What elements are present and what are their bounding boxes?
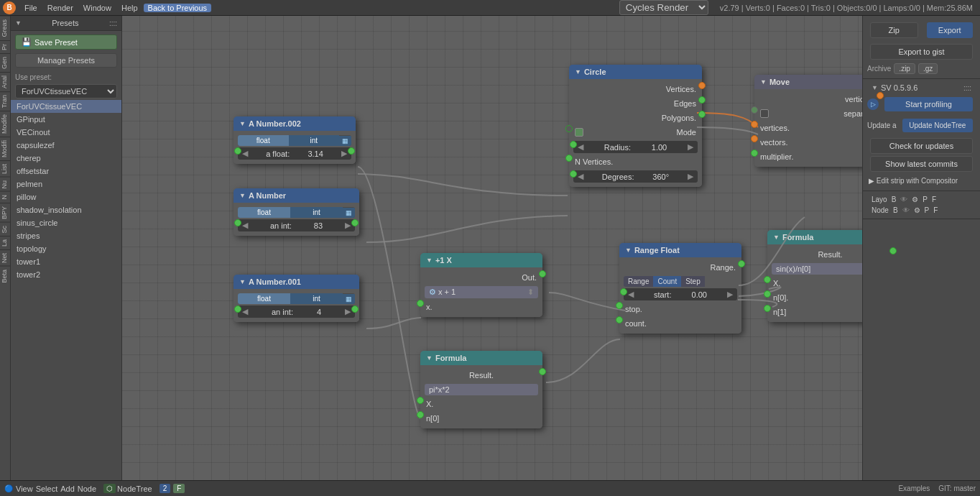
export-button[interactable]: Export [927, 22, 974, 38]
node-collapse-arrow[interactable]: ▼ [239, 278, 246, 285]
left-tab-tran[interactable]: Tran [0, 91, 10, 111]
tab-count[interactable]: Count [653, 276, 681, 287]
node-collapse-arrow[interactable]: ▼ [625, 247, 632, 254]
node-collapse-arrow[interactable]: ▼ [426, 354, 433, 362]
value-arrow-left[interactable]: ◀ [242, 149, 248, 158]
socket-left-start[interactable] [620, 288, 627, 295]
a-float-row[interactable]: ◀ a float: 3.14 ▶ [238, 147, 351, 160]
view-menu[interactable]: View [16, 484, 33, 493]
left-tab-gen[interactable]: Gen [0, 53, 10, 72]
socket-left-n-vertices[interactable] [565, 155, 573, 162]
menu-render[interactable]: Render [43, 4, 78, 12]
separate-checkbox[interactable] [760, 109, 769, 118]
use-preset-dropdown[interactable]: ForUVCtissueVEC [15, 84, 117, 98]
left-tab-net[interactable]: Net [0, 249, 10, 266]
value-arrow-left[interactable]: ◀ [578, 142, 583, 152]
menu-file[interactable]: File [20, 4, 42, 12]
socket-left-vectors[interactable] [751, 135, 758, 142]
preset-item-12[interactable]: tower1 [11, 255, 121, 268]
int-btn[interactable]: int [289, 135, 340, 146]
value-arrow-left[interactable]: ◀ [242, 221, 248, 230]
manage-presets-button[interactable]: Manage Presets [15, 53, 117, 68]
left-tab-beta[interactable]: Beta [0, 266, 10, 286]
socket-left-n1[interactable] [764, 305, 771, 312]
socket-right-int[interactable] [351, 219, 359, 226]
node-a-number-001-header[interactable]: ▼ A Number.001 [234, 275, 359, 289]
gz-option-btn[interactable]: .gz [918, 63, 938, 74]
select-menu[interactable]: Select [36, 484, 58, 493]
socket-left-int[interactable] [234, 219, 241, 226]
socket-left-n0[interactable] [417, 411, 424, 418]
b-label[interactable]: B [892, 196, 897, 203]
socket-right-int[interactable] [351, 306, 359, 313]
socket-right-result[interactable] [539, 368, 546, 375]
profiling-icon[interactable]: ▷ [867, 98, 879, 110]
sv-version-arrow[interactable]: ▼ [872, 84, 878, 91]
node-circle-header[interactable]: ▼ Circle [569, 65, 702, 79]
left-tab-list[interactable]: List [0, 160, 10, 177]
node-collapse-arrow[interactable]: ▼ [760, 78, 767, 86]
socket-left-x[interactable] [417, 300, 424, 307]
socket-left-n0[interactable] [764, 290, 771, 298]
tab-range[interactable]: Range [624, 276, 653, 287]
tab-step[interactable]: Step [681, 276, 705, 287]
type-selector[interactable]: float int ▦ [238, 135, 351, 146]
left-tab-greas[interactable]: Greas [0, 16, 10, 40]
float-btn[interactable]: float [238, 207, 290, 218]
menu-window[interactable]: Window [79, 4, 116, 12]
menu-help[interactable]: Help [117, 4, 142, 12]
export-gist-button[interactable]: Export to gist [870, 44, 973, 60]
float-btn[interactable]: float [238, 293, 290, 304]
preset-item-13[interactable]: tower2 [11, 268, 121, 281]
sv-dots[interactable]: :::: [963, 84, 971, 92]
socket-right-polygons[interactable] [698, 111, 706, 118]
socket-left-int[interactable] [234, 306, 241, 313]
node-collapse-arrow[interactable]: ▼ [426, 257, 433, 264]
socket-left-radius[interactable] [570, 141, 577, 148]
node-p-label[interactable]: P [925, 206, 930, 214]
p-label[interactable]: P [923, 196, 928, 203]
preset-item-8[interactable]: shadow_insolation [11, 203, 121, 216]
left-tab-sc[interactable]: Sc [0, 222, 10, 236]
left-tab-modifi[interactable]: Modifi [0, 137, 10, 160]
left-tab-modife[interactable]: Modife [0, 111, 10, 137]
socket-left-count[interactable] [616, 316, 623, 323]
start-profiling-button[interactable]: Start profiling [884, 97, 973, 111]
socket-left-multiplier[interactable] [751, 150, 758, 157]
preset-item-2[interactable]: VECinout [11, 126, 121, 139]
preset-item-10[interactable]: stripes [11, 229, 121, 242]
save-preset-button[interactable]: 💾 Save Preset [15, 35, 117, 50]
num-indicator[interactable]: 2 [160, 484, 171, 493]
f-label[interactable]: F [932, 196, 936, 203]
node-a-number-header[interactable]: ▼ A Number [234, 188, 359, 203]
node-collapse-arrow[interactable]: ▼ [239, 120, 246, 127]
f-indicator[interactable]: F [173, 484, 185, 493]
socket-left-x[interactable] [764, 276, 771, 283]
socket-left-stop[interactable] [616, 302, 623, 309]
render-engine-select[interactable]: Cycles Render Blender Render [619, 0, 708, 15]
formula-drag[interactable]: ⬍ [527, 288, 534, 297]
preset-item-5[interactable]: offsetstar [11, 165, 121, 178]
preset-item-11[interactable]: topology [11, 242, 121, 255]
left-tab-la[interactable]: La [0, 236, 10, 249]
type-icon[interactable]: ▦ [343, 294, 355, 304]
value-arrow-right[interactable]: ▶ [345, 307, 351, 316]
value-arrow-left[interactable]: ◀ [578, 172, 583, 181]
type-icon[interactable]: ▦ [343, 208, 355, 218]
show-commits-button[interactable]: Show latest commits [870, 156, 973, 172]
socket-right-float[interactable] [348, 147, 355, 155]
socket-right-edges[interactable] [698, 96, 706, 104]
int-btn[interactable]: int [290, 293, 343, 304]
add-menu[interactable]: Add [60, 484, 75, 493]
socket-right-vertices[interactable] [877, 92, 884, 99]
type-selector[interactable]: float int ▦ [238, 207, 355, 218]
node-plus1x-header[interactable]: ▼ +1 X [420, 253, 542, 267]
layo-eye-icon[interactable]: 👁 [900, 196, 907, 203]
socket-right-out[interactable] [539, 270, 546, 277]
value-arrow-left[interactable]: ◀ [628, 290, 634, 299]
b-node-label[interactable]: B [893, 206, 898, 214]
left-tab-nu[interactable]: Nu [0, 177, 10, 192]
presets-header[interactable]: ▼ Presets :::: [11, 16, 121, 31]
an-int-row[interactable]: ◀ an int: 4 ▶ [238, 306, 355, 318]
socket-right-range[interactable] [738, 260, 745, 267]
